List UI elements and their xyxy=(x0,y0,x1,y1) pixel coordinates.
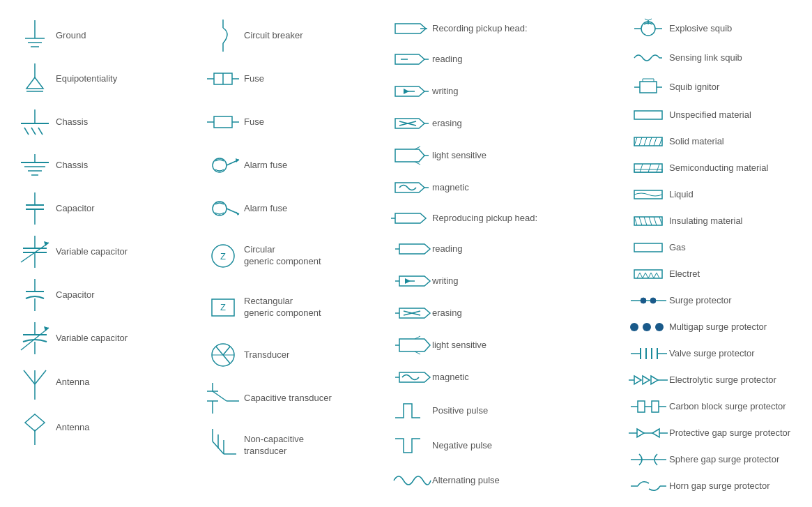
liquid-label: Liquid xyxy=(669,189,694,201)
circuit-breaker-icon xyxy=(202,18,244,53)
list-item: Horn gap surge protector xyxy=(627,476,812,496)
list-item: Carbon block surge protector xyxy=(627,397,812,416)
list-item: Recording pickup head: xyxy=(390,17,613,40)
capacitive-transducer-icon xyxy=(202,381,244,415)
rep-head-label: Reproducing pickup head: xyxy=(432,213,537,225)
svg-marker-97 xyxy=(399,244,430,254)
svg-line-117 xyxy=(645,19,648,20)
svg-rect-168 xyxy=(652,401,659,412)
rec-magnetic-label: magnetic xyxy=(432,182,469,194)
svg-line-126 xyxy=(639,137,642,146)
svg-line-63 xyxy=(223,347,230,355)
capacitor2-label: Capacitor xyxy=(56,289,95,301)
rep-magnetic-label: magnetic xyxy=(432,372,469,384)
rep-erasing-icon xyxy=(390,305,432,321)
svg-marker-95 xyxy=(395,213,426,223)
horn-gap-surge-icon xyxy=(627,476,669,496)
svg-point-151 xyxy=(630,323,638,331)
list-item: Alarm fuse xyxy=(202,147,376,183)
column-2: Circuit breaker Fuse xyxy=(195,14,383,507)
column-1: Ground Equipotentiality xyxy=(7,14,195,507)
svg-line-37 xyxy=(35,370,46,384)
rep-writing-label: writing xyxy=(432,275,459,287)
svg-line-69 xyxy=(213,391,227,401)
list-item: Squib ignitor xyxy=(627,76,812,98)
list-item: magnetic xyxy=(390,175,613,200)
list-item: writing xyxy=(390,268,613,294)
list-item: Capacitor xyxy=(14,277,188,313)
list-item: Negative pulse xyxy=(390,432,613,460)
antenna1-icon xyxy=(14,363,56,402)
list-item: Alarm fuse xyxy=(202,190,376,227)
transducer-icon xyxy=(202,340,244,370)
list-item: Positive pulse xyxy=(390,397,613,425)
list-item: erasing xyxy=(390,301,613,326)
svg-rect-166 xyxy=(638,401,645,412)
electret-label: Electret xyxy=(669,268,700,280)
list-item: Capacitor xyxy=(14,190,188,227)
surge-protector-icon xyxy=(627,294,669,308)
rec-light-label: light sensitive xyxy=(432,150,487,162)
variable-capacitor2-label: Variable capacitor xyxy=(56,333,128,345)
list-item: Igniter plug xyxy=(627,503,812,507)
svg-text:Z: Z xyxy=(220,302,226,312)
solid-material-icon xyxy=(627,135,669,149)
list-item: Antenna xyxy=(14,363,188,402)
rep-erasing-label: erasing xyxy=(432,308,462,319)
variable-capacitor2-icon xyxy=(14,321,56,356)
svg-rect-123 xyxy=(634,111,662,119)
list-item: Valve surge protector xyxy=(627,344,812,363)
unspecified-material-label: Unspecified material xyxy=(669,109,751,121)
neg-pulse-icon xyxy=(390,433,432,458)
electrolytic-surge-label: Electrolytic surge protector xyxy=(669,374,776,386)
svg-line-129 xyxy=(654,137,657,146)
svg-marker-161 xyxy=(634,376,641,384)
unspecified-material-icon xyxy=(627,108,669,122)
alt-pulse-icon xyxy=(390,469,432,492)
fuse1-label: Fuse xyxy=(244,73,264,85)
svg-line-11 xyxy=(38,128,43,135)
pos-pulse-icon xyxy=(390,398,432,423)
rec-light-icon xyxy=(390,146,432,165)
insulating-material-icon xyxy=(627,214,669,228)
list-item: Solid material xyxy=(627,132,812,151)
list-item: Circuit breaker xyxy=(202,17,376,54)
rec-head-label: Recording pickup head: xyxy=(432,23,528,35)
chassis2-icon xyxy=(14,153,56,178)
list-item: writing xyxy=(390,79,613,104)
semiconducting-material-label: Semiconducting material xyxy=(669,162,768,174)
list-item: Electret xyxy=(627,264,812,284)
antenna2-label: Antenna xyxy=(56,422,89,434)
rec-reading-icon xyxy=(390,52,432,67)
list-item: Sensing link squib xyxy=(627,47,812,69)
rec-erasing-label: erasing xyxy=(432,118,462,130)
capacitor2-icon xyxy=(14,278,56,312)
list-item: Reproducing pickup head: xyxy=(390,207,613,229)
list-item: Capacitive transducer xyxy=(202,380,376,416)
rep-head-icon xyxy=(390,211,432,226)
svg-marker-102 xyxy=(405,278,411,284)
alarm-fuse1-label: Alarm fuse xyxy=(244,160,287,172)
svg-marker-83 xyxy=(404,89,409,94)
list-item: Insulating material xyxy=(627,211,812,231)
list-item: Explosive squib xyxy=(627,17,812,40)
rec-magnetic-icon xyxy=(390,180,432,195)
svg-line-142 xyxy=(654,217,657,225)
capacitor1-label: Capacitor xyxy=(56,203,95,215)
list-item: Unspecified material xyxy=(627,105,812,125)
list-item: Gas xyxy=(627,238,812,257)
list-item: Alternating pulse xyxy=(390,467,613,494)
liquid-icon xyxy=(627,188,669,202)
equipotentiality-icon xyxy=(14,62,56,96)
svg-point-53 xyxy=(213,202,227,215)
svg-line-132 xyxy=(640,164,643,172)
non-capacitive-transducer-label: Non-capacitivetransducer xyxy=(244,434,304,457)
list-item: Chassis xyxy=(14,147,188,183)
ground-icon xyxy=(14,19,56,52)
multigap-surge-label: Multigap surge protector xyxy=(669,321,767,333)
horn-gap-surge-label: Horn gap surge protector xyxy=(669,480,770,492)
list-item: erasing xyxy=(390,111,613,136)
rep-light-icon xyxy=(390,336,432,354)
rec-erasing-icon xyxy=(390,116,432,131)
list-item: magnetic xyxy=(390,365,613,390)
